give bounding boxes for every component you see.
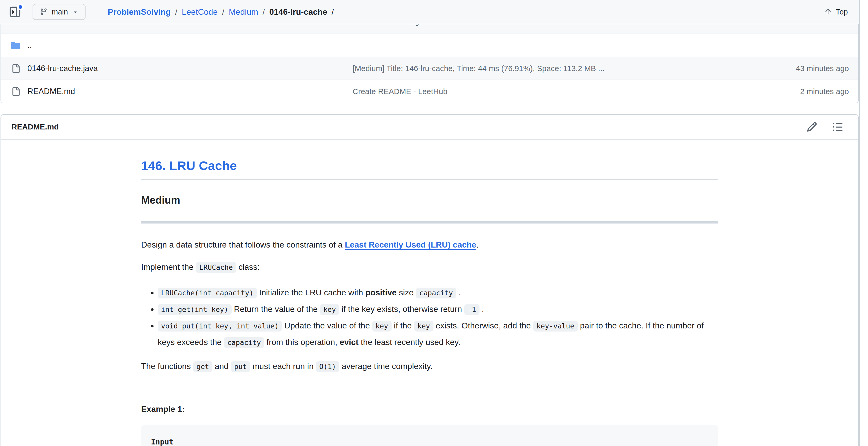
inline-code: key <box>372 321 392 331</box>
problem-title-link[interactable]: 146. LRU Cache <box>141 159 237 172</box>
readme-header: README.md <box>1 115 858 139</box>
breadcrumb-folder-link[interactable]: LeetCode <box>182 7 218 17</box>
folder-icon <box>11 41 20 50</box>
readme-header-actions <box>806 122 848 132</box>
commit-message-link[interactable]: Create README - LeetHub <box>352 87 447 96</box>
inline-link[interactable]: Least Recently Used (LRU) cache <box>345 240 476 249</box>
breadcrumb: ProblemSolving / LeetCode / Medium / 014… <box>108 7 334 17</box>
file-link[interactable]: README.md <box>11 87 75 96</box>
file-name: .. <box>27 41 32 50</box>
breadcrumb-separator: / <box>262 7 265 17</box>
file-name: 0146-lru-cache.java <box>27 64 98 73</box>
scrollbar-gutter[interactable] <box>859 0 868 446</box>
difficulty-heading: Medium <box>141 194 718 206</box>
readme-body: 146. LRU Cache Medium Design a data stru… <box>1 139 858 446</box>
example-label: Example 1: <box>141 402 718 416</box>
list-item: LRUCache(int capacity) Initialize the LR… <box>158 285 718 301</box>
divider <box>141 221 718 224</box>
list-item: void put(int key, int value) Update the … <box>158 318 718 351</box>
file-link[interactable]: 0146-lru-cache.java <box>11 64 98 73</box>
outline-list-icon[interactable] <box>832 122 843 132</box>
inline-code: capacity <box>416 288 456 298</box>
inline-code: int get(int key) <box>158 304 231 315</box>
paragraph-implement: Implement the LRUCache class: <box>141 260 718 274</box>
inline-code: LRUCache <box>196 262 236 273</box>
commit-date[interactable]: 2 minutes ago <box>800 87 849 96</box>
file-table-header: Name Last commit message Last commit dat… <box>1 24 858 34</box>
breadcrumb-repo-link[interactable]: ProblemSolving <box>108 7 171 17</box>
branch-name: main <box>52 8 68 16</box>
inline-code: O(1) <box>316 361 339 372</box>
inline-code: LRUCache(int capacity) <box>158 288 257 298</box>
file-icon <box>11 64 20 73</box>
inline-code: void put(int key, int value) <box>158 321 282 331</box>
paragraph-complexity: The functions get and put must each run … <box>141 359 718 373</box>
chevron-down-icon <box>72 9 78 15</box>
table-row-file: 0146-lru-cache.java [Medium] Title: 146-… <box>1 57 858 80</box>
inline-code: capacity <box>224 337 264 348</box>
table-row-file: README.md Create README - LeetHub 2 minu… <box>1 80 858 103</box>
notification-dot <box>17 4 24 10</box>
paragraph-design: Design a data structure that follows the… <box>141 238 718 251</box>
code-input-label: Input <box>151 436 708 446</box>
branch-selector-button[interactable]: main <box>33 4 86 20</box>
problem-title-heading: 146. LRU Cache <box>141 158 718 180</box>
scroll-to-top-label: Top <box>836 8 848 16</box>
file-icon <box>11 87 20 96</box>
breadcrumb-separator: / <box>175 7 177 17</box>
breadcrumb-separator: / <box>222 7 224 17</box>
inline-code: -1 <box>464 304 479 315</box>
parent-directory-link[interactable]: .. <box>11 41 32 50</box>
list-item: int get(int key) Return the value of the… <box>158 301 718 318</box>
breadcrumb-separator: / <box>332 7 334 17</box>
scroll-to-top-button[interactable]: Top <box>824 8 848 16</box>
file-name: README.md <box>27 87 75 96</box>
file-table: Name Last commit message Last commit dat… <box>1 24 859 103</box>
top-sticky-bar: main ProblemSolving / LeetCode / Medium … <box>0 0 859 24</box>
git-branch-icon <box>40 8 48 16</box>
inline-code: put <box>231 361 250 372</box>
arrow-up-icon <box>824 8 832 16</box>
breadcrumb-current-folder: 0146-lru-cache <box>269 7 327 17</box>
table-row-parent-directory: .. <box>1 34 858 57</box>
commit-date[interactable]: 43 minutes ago <box>796 64 849 73</box>
inline-code: key-value <box>533 321 578 331</box>
readme-panel: README.md 146. LRU Cache Medium Design a… <box>1 114 859 446</box>
commit-message-link[interactable]: [Medium] Title: 146-lru-cache, Time: 44 … <box>352 64 604 73</box>
readme-filename: README.md <box>11 123 59 131</box>
api-bullet-list: LRUCache(int capacity) Initialize the LR… <box>141 285 718 351</box>
breadcrumb-folder-link[interactable]: Medium <box>229 7 258 17</box>
inline-code: key <box>320 304 339 315</box>
file-tree-toggle-button[interactable] <box>9 6 21 18</box>
inline-code: key <box>414 321 433 331</box>
edit-pencil-icon[interactable] <box>806 122 817 132</box>
example-code-block: Input ["LRUCache", "put", "put", "get", … <box>141 425 718 446</box>
inline-code: get <box>193 361 213 372</box>
